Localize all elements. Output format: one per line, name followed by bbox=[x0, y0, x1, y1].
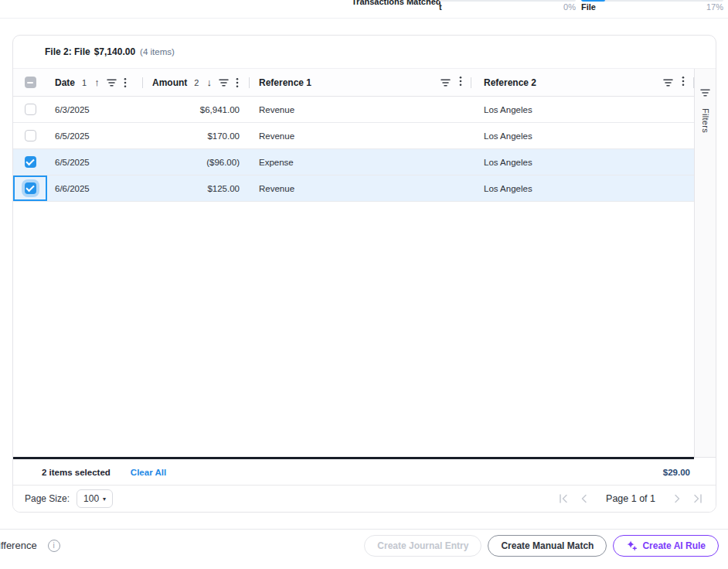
card-title-row: File 2: File$7,140.00 (4 items) bbox=[13, 36, 716, 69]
cell-amount: $6,941.00 bbox=[143, 97, 250, 122]
cell-date: 6/6/2025 bbox=[47, 175, 143, 201]
create-manual-match-button[interactable]: Create Manual Match bbox=[488, 535, 607, 557]
sort-index-badge: 1 bbox=[82, 78, 87, 87]
select-all-cell[interactable] bbox=[13, 69, 47, 96]
page-size-select[interactable]: 100 ▾ bbox=[77, 489, 113, 508]
file-progress-bar bbox=[581, 0, 723, 2]
cell-date: 6/5/2025 bbox=[47, 123, 143, 148]
items-selected-text: 2 items selected bbox=[42, 468, 111, 477]
sparkle-icon bbox=[626, 540, 638, 551]
column-header-reference2[interactable]: Reference 2 bbox=[471, 69, 694, 96]
cell-reference2: Los Angeles bbox=[471, 175, 694, 201]
column-header-amount[interactable]: Amount 2 ↓ bbox=[143, 69, 250, 96]
cell-date: 6/5/2025 bbox=[47, 149, 143, 175]
select-all-checkbox[interactable] bbox=[25, 77, 36, 88]
filter-icon[interactable] bbox=[219, 79, 229, 87]
selected-total: $29.00 bbox=[663, 468, 690, 477]
cell-reference2: Los Angeles bbox=[471, 123, 694, 148]
summary-header: Transactions Matched t 0% File 17% bbox=[0, 0, 728, 19]
row-checkbox-cell[interactable] bbox=[13, 175, 47, 201]
filter-icon[interactable] bbox=[663, 76, 673, 90]
column-menu-icon[interactable] bbox=[236, 77, 239, 88]
row-checkbox-cell[interactable] bbox=[13, 123, 47, 148]
cell-amount: $125.00 bbox=[143, 175, 250, 201]
cell-date: 6/3/2025 bbox=[47, 97, 143, 122]
transactions-matched-label: Transactions Matched bbox=[352, 0, 441, 6]
row-checkbox-cell[interactable] bbox=[13, 149, 47, 175]
row-checkbox[interactable] bbox=[25, 130, 36, 141]
grid-header-row: Date 1 ↑ Amount 2 ↓ bbox=[13, 69, 694, 97]
row-checkbox[interactable] bbox=[25, 156, 36, 168]
column-divider bbox=[693, 77, 694, 88]
cell-reference1: Revenue bbox=[250, 97, 471, 122]
sort-index-badge: 2 bbox=[194, 78, 199, 87]
filter-icon bbox=[700, 86, 710, 100]
column-header-reference1[interactable]: Reference 1 bbox=[250, 69, 471, 96]
statement-label: t bbox=[439, 2, 442, 12]
card-title-amount: $7,140.00 bbox=[94, 46, 135, 57]
caret-down-icon: ▾ bbox=[103, 496, 106, 503]
column-menu-icon[interactable] bbox=[124, 77, 127, 88]
column-header-date[interactable]: Date 1 ↑ bbox=[47, 69, 143, 96]
clear-all-link[interactable]: Clear All bbox=[131, 468, 166, 477]
cell-reference1: Expense bbox=[250, 149, 471, 175]
file-percent: 17% bbox=[706, 2, 723, 12]
row-checkbox-cell[interactable] bbox=[13, 97, 47, 122]
file-grid-card: File 2: File$7,140.00 (4 items) Date 1 ↑ bbox=[12, 35, 716, 513]
filter-icon[interactable] bbox=[107, 79, 117, 87]
table-row[interactable]: 6/3/2025 $6,941.00 Revenue Los Angeles bbox=[13, 97, 694, 123]
card-title: File 2: File$7,140.00 bbox=[45, 46, 135, 57]
page-indicator: Page 1 of 1 bbox=[606, 493, 655, 504]
page-size-label: Page Size: bbox=[25, 493, 70, 504]
cell-amount: $170.00 bbox=[143, 123, 250, 148]
difference-label: ifference bbox=[0, 540, 37, 551]
action-footer: ifference i Create Journal Entry Create … bbox=[0, 529, 728, 569]
cell-reference1: Revenue bbox=[250, 175, 471, 201]
table-row[interactable]: 6/5/2025 $170.00 Revenue Los Angeles bbox=[13, 123, 694, 149]
last-page-button[interactable] bbox=[691, 492, 705, 506]
first-page-button[interactable] bbox=[556, 492, 570, 506]
statement-percent: 0% bbox=[563, 2, 576, 12]
cell-reference1: Revenue bbox=[250, 123, 471, 148]
transactions-grid: Date 1 ↑ Amount 2 ↓ bbox=[13, 69, 694, 457]
card-title-label: File 2: File bbox=[45, 46, 90, 57]
reconciliation-screen: Transactions Matched t 0% File 17% File … bbox=[0, 0, 728, 569]
filters-panel-tab[interactable]: Filters bbox=[694, 69, 716, 457]
previous-page-button[interactable] bbox=[577, 492, 591, 506]
statement-progress-bar bbox=[439, 0, 576, 2]
sort-desc-icon: ↓ bbox=[206, 77, 212, 87]
card-title-count: (4 items) bbox=[140, 47, 175, 56]
column-menu-icon[interactable] bbox=[459, 76, 462, 90]
column-menu-icon[interactable] bbox=[682, 76, 685, 90]
pagination-bar: Page Size: 100 ▾ Page 1 of 1 bbox=[13, 485, 716, 512]
grid-empty-area bbox=[13, 202, 694, 457]
file-progress-fill bbox=[581, 0, 605, 2]
cell-amount: ($96.00) bbox=[143, 149, 250, 175]
info-icon[interactable]: i bbox=[48, 540, 60, 552]
filter-icon[interactable] bbox=[441, 76, 451, 90]
row-checkbox[interactable] bbox=[25, 182, 36, 194]
sort-asc-icon: ↑ bbox=[94, 77, 100, 87]
cell-reference2: Los Angeles bbox=[471, 97, 694, 122]
next-page-button[interactable] bbox=[670, 492, 684, 506]
cell-reference2: Los Angeles bbox=[471, 149, 694, 175]
create-journal-entry-button[interactable]: Create Journal Entry bbox=[364, 535, 481, 557]
row-checkbox[interactable] bbox=[25, 104, 36, 115]
table-row[interactable]: 6/6/2025 $125.00 Revenue Los Angeles bbox=[13, 175, 694, 202]
filters-tab-label: Filters bbox=[701, 108, 710, 133]
create-ai-rule-button[interactable]: Create AI Rule bbox=[613, 535, 719, 557]
table-row[interactable]: 6/5/2025 ($96.00) Expense Los Angeles bbox=[13, 149, 694, 175]
selection-status-bar: 2 items selected Clear All $29.00 bbox=[13, 457, 716, 485]
file-label: File bbox=[581, 2, 596, 12]
